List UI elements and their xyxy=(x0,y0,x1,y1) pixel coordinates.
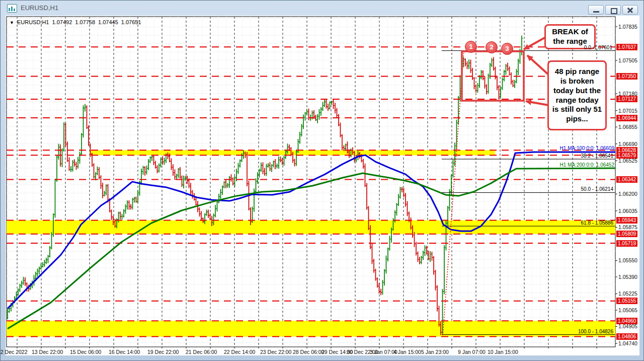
low-value: 1.07445 xyxy=(98,19,118,25)
fib-label: 50.0 - 1.06214 xyxy=(581,186,614,192)
chart-header: ▼EURUSD,H11.074921.077581.074451.07651 xyxy=(10,19,144,25)
fib-label: 61.8 - 1.05886 xyxy=(581,220,614,226)
price-tag: 1.05809 xyxy=(616,231,637,237)
price-axis-label: 1.07835 xyxy=(618,24,637,30)
fib-label: 100.0 - 1.04826 xyxy=(578,329,613,334)
price-tag: 1.07350 xyxy=(616,73,637,80)
time-axis-label[interactable]: 16 Dec 14:00 xyxy=(109,349,140,355)
price-axis-label: 1.05390 xyxy=(618,274,637,280)
ma-label: H1 MA:200:0:0: 1.06452 xyxy=(560,162,614,168)
time-axis-label[interactable]: 28 Dec 06:00 xyxy=(293,349,324,355)
price-tag: 1.06342 xyxy=(616,176,637,183)
high-value: 1.07758 xyxy=(75,19,95,25)
price-axis-label: 1.04905 xyxy=(618,323,637,329)
price-tag: 1.04806 xyxy=(616,333,637,340)
price-axis-label: 1.06035 xyxy=(618,208,637,214)
price-axis-label: 1.06200 xyxy=(618,191,637,197)
time-axis-label[interactable]: 10 Jan 15:00 xyxy=(488,349,518,355)
chart-plot[interactable] xyxy=(1,1,644,361)
time-axis-label[interactable]: 5 Jan 23:00 xyxy=(421,349,449,355)
ma-label: H1 MA:100:0:0: 1.06609 xyxy=(560,146,614,151)
time-axis-label[interactable]: 22 Dec 14:00 xyxy=(224,349,255,355)
price-tag: 1.04960 xyxy=(616,318,637,324)
time-axis-label[interactable]: 21 Dec 06:00 xyxy=(186,349,217,355)
price-tag: 1.05943 xyxy=(616,217,637,224)
price-tag: 1.05155 xyxy=(616,298,637,304)
time-axis-label[interactable]: 12 Dec 2022 xyxy=(0,349,28,355)
time-axis-label[interactable]: 4 Jan 15:00 xyxy=(393,349,421,355)
range-annotation-box[interactable]: 48 pip range is broken today but the ran… xyxy=(547,60,607,130)
price-axis-label: 1.05225 xyxy=(618,291,637,297)
mt4-window: EURUSD,H1 ▼EURUSD,H11.074921.077581.0744… xyxy=(0,0,644,361)
time-axis-label[interactable]: 9 Jan 07:00 xyxy=(458,349,486,355)
symbol-period-label: EURUSD,H1 xyxy=(17,19,49,25)
price-axis-label: 1.05065 xyxy=(618,307,637,313)
time-axis-label[interactable]: 23 Dec 22:00 xyxy=(260,349,291,355)
price-tag: 1.06579 xyxy=(616,152,637,159)
price-axis-label: 1.06525 xyxy=(618,158,637,164)
price-axis-label: 1.05550 xyxy=(618,257,637,263)
price-axis-label: 1.06855 xyxy=(618,124,637,130)
price-axis-label: 1.05875 xyxy=(618,224,637,230)
callout-circle: 1 xyxy=(465,41,477,53)
price-tag: 1.07637 xyxy=(616,44,637,50)
price-tag: 1.05719 xyxy=(616,240,637,247)
price-axis-label: 1.06690 xyxy=(618,141,637,147)
price-axis-label: 1.07505 xyxy=(618,57,637,63)
fib-label: 38.2 - 1.06541 xyxy=(581,153,614,159)
time-axis-label[interactable]: 13 Dec 22:00 xyxy=(32,349,63,355)
callout-circle: 2 xyxy=(486,41,498,53)
price-tag: 1.06944 xyxy=(616,115,637,121)
close-value: 1.07651 xyxy=(121,19,141,25)
price-tag: 1.07127 xyxy=(616,96,637,102)
price-axis-label: 1.07015 xyxy=(618,108,637,114)
collapse-icon[interactable]: ▼ xyxy=(10,20,14,25)
time-axis-label[interactable]: 19 Dec 22:00 xyxy=(147,349,179,355)
time-axis-label[interactable]: 15 Dec 06:00 xyxy=(70,349,101,355)
callout-circle: 3 xyxy=(501,43,513,55)
open-value: 1.07492 xyxy=(52,19,72,25)
fib-label: 0.0 -1.07601 xyxy=(584,45,612,50)
price-axis-label: 1.04740 xyxy=(618,340,637,346)
